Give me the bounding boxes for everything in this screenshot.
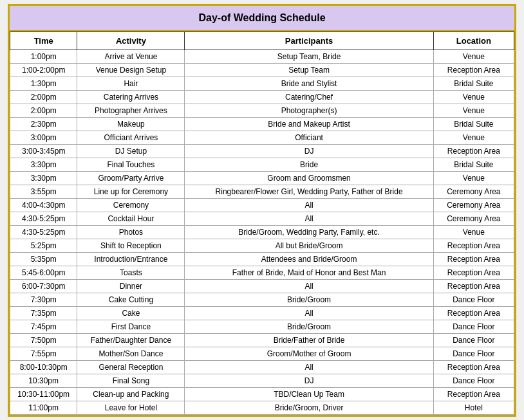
cell-participants: All [185, 306, 433, 320]
cell-time: 7:45pm [10, 320, 77, 333]
cell-activity: Father/Daughter Dance [77, 333, 185, 347]
cell-time: 10:30-11:00pm [10, 387, 77, 401]
table-row: 7:55pmMother/Son DanceGroom/Mother of Gr… [10, 347, 514, 360]
cell-activity: Ceremony [77, 198, 185, 212]
cell-location: Reception Area [433, 266, 514, 279]
cell-location: Ceremony Area [433, 212, 514, 225]
cell-time: 10:30pm [10, 374, 77, 387]
cell-participants: DJ [185, 374, 433, 387]
cell-location: Dance Floor [433, 347, 514, 360]
cell-participants: Bride/Father of Bride [185, 333, 433, 347]
cell-time: 2:00pm [10, 104, 77, 117]
cell-location: Ceremony Area [433, 198, 514, 212]
cell-activity: Photographer Arrives [77, 104, 185, 117]
cell-location: Reception Area [433, 306, 514, 320]
table-row: 3:00pmOfficiant ArrivesOfficiantVenue [10, 131, 514, 144]
table-row: 10:30-11:00pmClean-up and PackingTBD/Cle… [10, 387, 514, 401]
cell-location: Venue [433, 104, 514, 117]
cell-participants: Father of Bride, Maid of Honor and Best … [185, 266, 433, 279]
cell-activity: Clean-up and Packing [77, 387, 185, 401]
cell-time: 7:35pm [10, 306, 77, 320]
table-row: 10:30pmFinal SongDJDance Floor [10, 374, 514, 387]
cell-participants: Bride/Groom [185, 320, 433, 333]
table-row: 5:25pmShift to ReceptionAll but Bride/Gr… [10, 239, 514, 252]
table-row: 7:45pmFirst DanceBride/GroomDance Floor [10, 320, 514, 333]
table-row: 7:30pmCake CuttingBride/GroomDance Floor [10, 293, 514, 306]
cell-time: 4:00-4:30pm [10, 198, 77, 212]
cell-time: 6:00-7:30pm [10, 279, 77, 293]
cell-location: Reception Area [433, 387, 514, 401]
cell-time: 3:55pm [10, 185, 77, 198]
table-row: 3:30pmGroom/Party ArriveGroom and Grooms… [10, 171, 514, 185]
table-row: 1:00pmArrive at VenueSetup Team, BrideVe… [10, 50, 514, 63]
cell-participants: All [185, 279, 433, 293]
cell-activity: Venue Design Setup [77, 63, 185, 77]
cell-location: Ceremony Area [433, 185, 514, 198]
cell-participants: Setup Team, Bride [185, 50, 433, 63]
table-row: 4:30-5:25pmCocktail HourAllCeremony Area [10, 212, 514, 225]
cell-participants: Bride [185, 158, 433, 171]
cell-time: 1:00pm [10, 50, 77, 63]
cell-activity: Cake Cutting [77, 293, 185, 306]
cell-time: 7:30pm [10, 293, 77, 306]
table-row: 8:00-10:30pmGeneral ReceptionAllReceptio… [10, 360, 514, 374]
table-row: 1:30pmHairBride and StylistBridal Suite [10, 77, 514, 90]
cell-activity: Photos [77, 225, 185, 239]
cell-participants: TBD/Clean Up Team [185, 387, 433, 401]
cell-location: Dance Floor [433, 333, 514, 347]
cell-location: Venue [433, 225, 514, 239]
cell-activity: Introduction/Entrance [77, 252, 185, 266]
cell-location: Reception Area [433, 63, 514, 77]
header-activity: Activity [77, 32, 185, 50]
cell-time: 3:30pm [10, 158, 77, 171]
cell-location: Reception Area [433, 239, 514, 252]
cell-activity: Officiant Arrives [77, 131, 185, 144]
cell-time: 3:00pm [10, 131, 77, 144]
cell-activity: Catering Arrives [77, 90, 185, 104]
cell-participants: All [185, 360, 433, 374]
cell-time: 2:30pm [10, 117, 77, 131]
cell-activity: Cocktail Hour [77, 212, 185, 225]
cell-activity: Final Song [77, 374, 185, 387]
cell-activity: Toasts [77, 266, 185, 279]
cell-location: Reception Area [433, 252, 514, 266]
cell-location: Dance Floor [433, 293, 514, 306]
cell-location: Bridal Suite [433, 77, 514, 90]
cell-time: 7:55pm [10, 347, 77, 360]
header-location: Location [433, 32, 514, 50]
cell-activity: Mother/Son Dance [77, 347, 185, 360]
table-row: 3:55pmLine up for CeremonyRingbearer/Flo… [10, 185, 514, 198]
cell-time: 8:00-10:30pm [10, 360, 77, 374]
cell-time: 5:35pm [10, 252, 77, 266]
table-row: 5:45-6:00pmToastsFather of Bride, Maid o… [10, 266, 514, 279]
cell-participants: Bride/Groom [185, 293, 433, 306]
cell-time: 1:00-2:00pm [10, 63, 77, 77]
table-row: 2:00pmPhotographer ArrivesPhotographer(s… [10, 104, 514, 117]
cell-location: Hotel [433, 401, 514, 414]
cell-participants: All but Bride/Groom [185, 239, 433, 252]
schedule-body: 1:00pmArrive at VenueSetup Team, BrideVe… [10, 50, 514, 414]
table-row: 3:30pmFinal TouchesBrideBridal Suite [10, 158, 514, 171]
header-time: Time [10, 32, 77, 50]
cell-activity: Arrive at Venue [77, 50, 185, 63]
cell-activity: Dinner [77, 279, 185, 293]
cell-time: 11:00pm [10, 401, 77, 414]
table-row: 6:00-7:30pmDinnerAllReception Area [10, 279, 514, 293]
cell-location: Venue [433, 50, 514, 63]
cell-activity: General Reception [77, 360, 185, 374]
cell-participants: Bride/Groom, Wedding Party, Family, etc. [185, 225, 433, 239]
header-row: Time Activity Participants Location [10, 32, 514, 50]
schedule-title: Day-of Wedding Schedule [10, 6, 514, 32]
cell-location: Bridal Suite [433, 117, 514, 131]
cell-time: 2:00pm [10, 90, 77, 104]
cell-time: 3:30pm [10, 171, 77, 185]
cell-time: 4:30-5:25pm [10, 225, 77, 239]
table-row: 11:00pmLeave for HotelBride/Groom, Drive… [10, 401, 514, 414]
cell-time: 5:25pm [10, 239, 77, 252]
cell-location: Venue [433, 171, 514, 185]
cell-activity: Shift to Reception [77, 239, 185, 252]
cell-location: Reception Area [433, 279, 514, 293]
cell-location: Reception Area [433, 144, 514, 158]
cell-activity: DJ Setup [77, 144, 185, 158]
cell-activity: Hair [77, 77, 185, 90]
